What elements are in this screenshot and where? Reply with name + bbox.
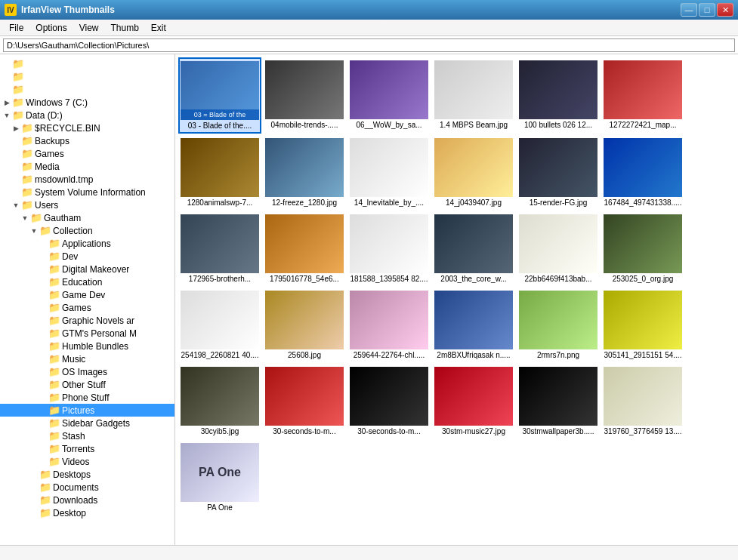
label-graphicnovels: Graphic Novels ar — [62, 315, 134, 326]
thumbnail-item[interactable]: 2rmrs7n.png — [517, 288, 600, 362]
sidebar-item-mydocs[interactable]: 📁 — [0, 70, 174, 83]
sidebar-item-games2[interactable]: 📁Games — [0, 301, 174, 314]
thumbnail-area[interactable]: 03 = Blade of the 03 - Blade of the.... … — [175, 54, 738, 545]
thumbnail-item[interactable]: 30stm-music27.jpg — [432, 364, 515, 438]
sidebar-item-desktop2[interactable]: 📁Desktop — [0, 506, 174, 519]
close-button[interactable]: ✕ — [717, 3, 733, 17]
sidebar-item-gtmpersonal[interactable]: 📁GTM's Personal M — [0, 327, 174, 340]
maximize-button[interactable]: □ — [699, 3, 715, 17]
sidebar-item-pictures[interactable]: 📁Pictures — [0, 404, 174, 417]
sidebar-item-videos[interactable]: 📁Videos — [0, 455, 174, 468]
sidebar-item-otherstuff[interactable]: 📁Other Stuff — [0, 378, 174, 391]
label-desktops: Desktops — [53, 469, 91, 480]
thumbnail-item[interactable]: 03 = Blade of the 03 - Blade of the.... — [178, 57, 261, 134]
thumbnail-label: 12-freeze_1280.jpg — [265, 198, 344, 207]
expander-gautham[interactable]: ▼ — [20, 213, 30, 223]
expander-recycle[interactable]: ▶ — [11, 123, 21, 134]
folder-icon-games2: 📁 — [48, 302, 60, 313]
thumbnail-item[interactable]: 319760_3776459 13.... — [601, 364, 684, 438]
thumbnail-item[interactable]: 1272272421_map... — [601, 57, 684, 134]
minimize-button[interactable]: — — [681, 3, 697, 17]
expander-collection[interactable]: ▼ — [29, 226, 39, 236]
expander-win7[interactable]: ▶ — [2, 97, 12, 108]
label-recycle: $RECYCLE.BIN — [35, 123, 100, 134]
thumbnail-item[interactable]: 15-render-FG.jpg — [517, 135, 600, 210]
sidebar-item-osimages[interactable]: 📁OS Images — [0, 365, 174, 378]
thumbnail-item[interactable]: 25608.jpg — [263, 288, 346, 362]
menu-exit[interactable]: Exit — [145, 21, 172, 35]
thumbnail-item[interactable]: 1280animalswp-7... — [178, 135, 261, 210]
folder-icon-applications: 📁 — [48, 238, 60, 249]
thumbnail-item[interactable]: 2m8BXUfriqasak n..... — [432, 288, 515, 362]
thumbnail-item[interactable]: 181588_1395854 82.... — [347, 211, 431, 286]
menu-options[interactable]: Options — [29, 21, 73, 35]
label-games2: Games — [62, 303, 91, 313]
menu-view[interactable]: View — [73, 21, 105, 35]
thumbnail-item[interactable]: 1.4 MBPS Beam.jpg — [432, 57, 515, 134]
thumbnail-item[interactable]: 04mobile-trends-..... — [263, 57, 346, 134]
sidebar-item-collection[interactable]: ▼📁Collection — [0, 224, 174, 237]
sidebar-item-games[interactable]: 📁Games — [0, 147, 174, 160]
sidebar-item-users[interactable]: ▼📁Users — [0, 198, 174, 211]
menu-file[interactable]: File — [3, 21, 29, 35]
thumbnail-label: PA One — [181, 503, 259, 512]
thumbnail-label: 06__WoW_by_sa... — [350, 121, 428, 129]
sidebar-item-mypics[interactable]: 📁 — [0, 83, 174, 96]
sidebar-item-desktops[interactable]: 📁Desktops — [0, 468, 174, 481]
sidebar-item-graphicnovels[interactable]: 📁Graphic Novels ar — [0, 314, 174, 327]
thumbnail-item[interactable]: 259644-22764-chl..... — [347, 288, 431, 362]
menu-thumb[interactable]: Thumb — [105, 21, 145, 35]
thumbnail-image: 03 = Blade of the — [181, 61, 259, 120]
thumbnail-label: 1.4 MBPS Beam.jpg — [434, 121, 513, 129]
thumbnail-item[interactable]: 253025_0_org.jpg — [601, 211, 684, 286]
thumbnail-item[interactable]: 30-seconds-to-m... — [263, 364, 346, 438]
sidebar-item-gautham[interactable]: ▼📁Gautham — [0, 211, 174, 224]
thumbnail-item[interactable]: 30-seconds-to-m... — [347, 364, 431, 438]
sidebar-item-backups[interactable]: 📁Backups — [0, 134, 174, 147]
sidebar-item-media[interactable]: 📁Media — [0, 160, 174, 173]
thumbnail-item[interactable]: 2003_the_core_w... — [432, 211, 515, 286]
address-input[interactable] — [3, 38, 735, 52]
sidebar-item-desktop[interactable]: 📁 — [0, 57, 174, 70]
thumbnail-item[interactable]: 30cyib5.jpg — [178, 364, 261, 438]
sidebar-item-humblebundles[interactable]: 📁Humble Bundles — [0, 340, 174, 352]
sidebar-item-downloads[interactable]: 📁Downloads — [0, 494, 174, 506]
sidebar-item-phonestuff[interactable]: 📁Phone Stuff — [0, 391, 174, 404]
sidebar-item-sidebargadgets[interactable]: 📁Sidebar Gadgets — [0, 417, 174, 429]
thumbnail-item[interactable]: 22bb6469f413bab... — [517, 211, 600, 286]
sidebar-item-applications[interactable]: 📁Applications — [0, 237, 174, 250]
expander-users[interactable]: ▼ — [11, 200, 21, 211]
sidebar-item-music[interactable]: 📁Music — [0, 352, 174, 365]
thumbnail-item[interactable]: 167484_497431338..... — [601, 135, 684, 210]
thumbnail-image — [434, 367, 513, 426]
thumbnail-item[interactable]: 14_j0439407.jpg — [432, 135, 515, 210]
thumbnail-item[interactable]: 06__WoW_by_sa... — [347, 57, 431, 134]
sidebar-item-sysvolinfo[interactable]: 📁System Volume Information — [0, 186, 174, 198]
sidebar-item-documents[interactable]: 📁Documents — [0, 481, 174, 494]
thumbnail-label: 100 bullets 026 12... — [519, 121, 598, 129]
thumbnail-item[interactable]: 305141_2915151 54.... — [601, 288, 684, 362]
thumbnail-item[interactable]: 172965-brotherh... — [178, 211, 261, 286]
sidebar-item-dev[interactable]: 📁Dev — [0, 250, 174, 263]
sidebar-item-gamedev[interactable]: 📁Game Dev — [0, 288, 174, 301]
thumbnail-item[interactable]: 30stmwallpaper3b..... — [517, 364, 600, 438]
sidebar-item-msdownld[interactable]: 📁msdownld.tmp — [0, 173, 174, 186]
sidebar-item-education[interactable]: 📁Education — [0, 275, 174, 288]
sidebar-item-digitalmakeover[interactable]: 📁Digital Makeover — [0, 263, 174, 275]
thumbnail-image — [350, 367, 428, 426]
sidebar-item-dataD[interactable]: ▼📁Data (D:) — [0, 109, 174, 122]
label-education: Education — [62, 277, 102, 288]
label-digitalmakeover: Digital Makeover — [62, 264, 129, 275]
sidebar-item-stash[interactable]: 📁Stash — [0, 429, 174, 442]
sidebar-item-recycle[interactable]: ▶📁$RECYCLE.BIN — [0, 122, 174, 134]
thumbnail-item[interactable]: 1795016778_54e6... — [263, 211, 346, 286]
sidebar-item-torrents[interactable]: 📁Torrents — [0, 442, 174, 455]
thumbnail-item[interactable]: 12-freeze_1280.jpg — [263, 135, 346, 210]
folder-icon-digitalmakeover: 📁 — [48, 263, 60, 275]
expander-dataD[interactable]: ▼ — [2, 110, 12, 121]
thumbnail-item[interactable]: 14_Inevitable_by_.... — [347, 135, 431, 210]
thumbnail-item[interactable]: 254198_2260821 40.... — [178, 288, 261, 362]
thumbnail-item[interactable]: PA One PA One — [178, 440, 261, 515]
thumbnail-item[interactable]: 100 bullets 026 12... — [517, 57, 600, 134]
sidebar-item-win7[interactable]: ▶📁Windows 7 (C:) — [0, 96, 174, 109]
